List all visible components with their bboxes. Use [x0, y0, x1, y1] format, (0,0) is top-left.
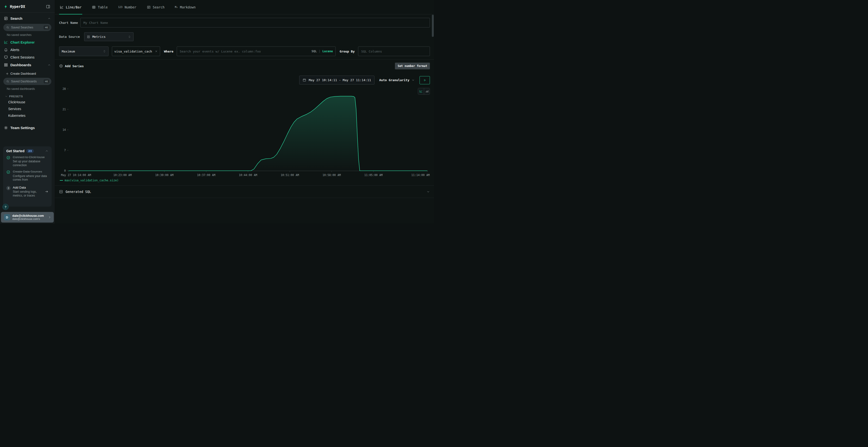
preset-item-services[interactable]: Services [0, 105, 55, 112]
metric-field-tag[interactable]: visa_validation_cach [112, 46, 160, 56]
monitor-icon [4, 55, 8, 59]
chevron-up-icon [48, 63, 51, 67]
arrow-right-icon [45, 190, 49, 194]
language-separator: | [319, 49, 320, 53]
add-series-button[interactable]: Add Series [59, 64, 84, 68]
chevron-up-icon [48, 17, 51, 20]
tab-label: Number [125, 5, 136, 9]
sidebar-section-dashboards[interactable]: Dashboards [0, 61, 55, 69]
help-button[interactable]: ? [2, 204, 9, 210]
granularity-select[interactable]: Auto Granularity [378, 76, 416, 84]
step-number-badge: 3 [6, 186, 10, 190]
svg-text:14: 14 [62, 128, 66, 132]
chart-legend: max(visa_validation_cache.size) [59, 179, 430, 182]
list-icon [147, 5, 151, 9]
tab-number[interactable]: 123 Number [117, 0, 137, 14]
get-started-item-sources[interactable]: Create Data Sources Configure where your… [6, 170, 49, 182]
get-started-item-title: Add Data [13, 186, 43, 190]
tab-label: Line/Bar [66, 5, 82, 9]
legend-line-swatch [60, 180, 63, 181]
svg-text:May 27 10:14:00 AM: May 27 10:14:00 AM [61, 173, 91, 177]
where-label: Where [164, 49, 173, 53]
svg-text:10:44:00 AM: 10:44:00 AM [239, 173, 257, 177]
chart-name-label: Chart Name [59, 21, 80, 25]
set-number-format-button[interactable]: Set number format [395, 63, 430, 69]
group-by-label: Group By [340, 49, 355, 53]
svg-text:28: 28 [62, 87, 66, 91]
sidebar-section-search[interactable]: Search [0, 14, 55, 23]
scrollbar-thumb[interactable] [432, 15, 434, 37]
hyperdx-logo[interactable]: HyperDX [4, 5, 25, 9]
main-scrollbar[interactable] [432, 15, 434, 224]
data-source-label: Data Source [59, 35, 80, 38]
tab-markdown[interactable]: M↓ Markdown [174, 0, 196, 14]
remove-metric-icon[interactable] [155, 50, 158, 53]
chevron-down-icon [5, 95, 8, 98]
lucene-language-button[interactable]: Lucene [322, 49, 333, 53]
line-chart-icon [4, 40, 8, 44]
sidebar-item-chart-explorer[interactable]: Chart Explorer [0, 38, 55, 46]
metric-line-chart[interactable]: 07142128May 27 10:14:00 AM10:23:00 AM10:… [59, 85, 430, 178]
chart-name-input[interactable] [80, 18, 430, 28]
team-settings-label: Team Settings [10, 126, 35, 130]
line-style-toggle[interactable] [418, 88, 424, 94]
sidebar-item-alerts[interactable]: Alerts [0, 46, 55, 54]
table-icon [92, 5, 96, 9]
chart-area: 07142128May 27 10:14:00 AM10:23:00 AM10:… [59, 85, 430, 182]
collapse-sidebar-button[interactable] [45, 4, 51, 9]
search-icon [6, 80, 9, 83]
sql-language-button[interactable]: SQL [311, 49, 317, 53]
get-started-item-subtitle: Start sending logs, metrics, or traces [13, 190, 43, 198]
tab-line-bar[interactable]: Line/Bar [59, 0, 82, 14]
sidebar-item-label: Alerts [10, 48, 19, 52]
svg-text:10:37:00 AM: 10:37:00 AM [197, 173, 215, 177]
dashboards-grid-icon [4, 63, 8, 67]
sidebar-item-label: Client Sessions [10, 56, 34, 59]
bar-chart-icon [425, 90, 429, 93]
get-started-header[interactable]: Get Started 2/3 [6, 149, 49, 153]
add-series-label: Add Series [65, 64, 84, 68]
sidebar-item-client-sessions[interactable]: Client Sessions [0, 54, 55, 61]
line-chart-icon [419, 90, 423, 93]
get-started-item-subtitle: Set up your database connection [13, 160, 49, 167]
legend-series-label: max(visa_validation_cache.size) [65, 179, 119, 182]
date-range-value: May 27 10:14:11 - May 27 11:14:11 [309, 78, 371, 82]
run-query-button[interactable] [420, 76, 430, 84]
check-circle-icon [6, 170, 10, 174]
create-dashboard-label: Create Dashboard [10, 72, 36, 75]
saved-searches-input[interactable]: Saved Searches ⌘K [3, 24, 51, 31]
tab-search[interactable]: Search [146, 0, 165, 14]
get-started-title: Get Started [6, 149, 24, 153]
generated-sql-section[interactable]: Generated SQL [55, 185, 434, 198]
saved-dashboards-input[interactable]: Saved Dashboards ⌘K [3, 78, 51, 85]
preset-item-clickhouse[interactable]: ClickHouse [0, 99, 55, 105]
tab-label: Table [98, 5, 108, 9]
where-search-input[interactable] [180, 49, 310, 53]
bell-icon [4, 48, 8, 52]
saved-dashboards-placeholder: Saved Dashboards [11, 80, 42, 83]
get-started-progress-badge: 2/3 [26, 149, 34, 153]
get-started-item-add-data[interactable]: 3 Add Data Start sending logs, metrics, … [6, 186, 49, 198]
get-started-item-title: Connect to ClickHouse [13, 156, 49, 159]
generated-sql-label: Generated SQL [66, 190, 91, 194]
data-source-select[interactable]: Metrics [84, 32, 133, 41]
create-dashboard-button[interactable]: Create Dashboard [0, 69, 55, 77]
plus-icon [6, 72, 9, 75]
avatar: D [4, 214, 10, 220]
svg-text:10:30:00 AM: 10:30:00 AM [155, 173, 173, 177]
sidebar-item-team-settings[interactable]: Team Settings [0, 123, 55, 132]
get-started-item-connect[interactable]: Connect to ClickHouse Set up your databa… [6, 156, 49, 167]
user-menu[interactable]: D dale@clickhouse.com dale@clickhouse.co… [1, 212, 54, 222]
svg-text:11:05:00 AM: 11:05:00 AM [364, 173, 383, 177]
group-by-input[interactable] [358, 46, 430, 56]
presets-toggle[interactable]: PRESETS [0, 93, 55, 99]
tab-table[interactable]: Table [91, 0, 108, 14]
date-range-picker[interactable]: May 27 10:14:11 - May 27 11:14:11 [299, 76, 374, 84]
svg-text:10:23:00 AM: 10:23:00 AM [113, 173, 132, 177]
metric-field-name: visa_validation_cach [114, 49, 153, 53]
svg-text:7: 7 [64, 148, 66, 152]
aggregation-select[interactable]: Maximum [59, 46, 108, 56]
bar-style-toggle[interactable] [424, 88, 430, 94]
preset-item-kubernetes[interactable]: Kubernetes [0, 112, 55, 119]
check-circle-icon [6, 156, 10, 160]
